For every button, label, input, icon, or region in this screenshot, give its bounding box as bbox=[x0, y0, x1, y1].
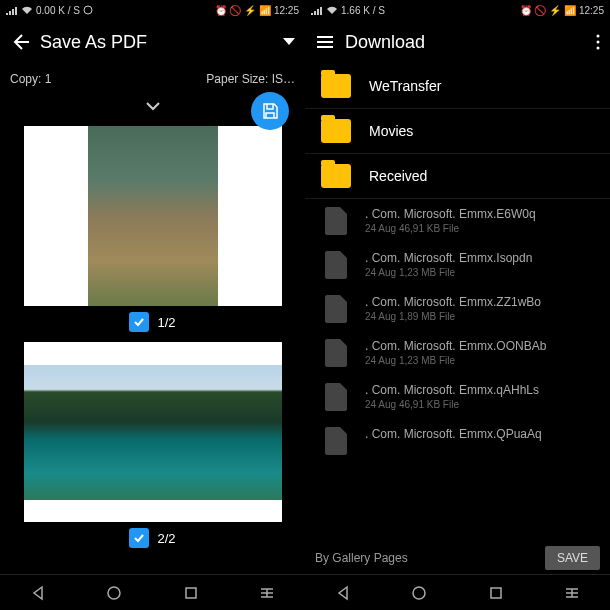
nav-bar bbox=[305, 574, 610, 610]
right-pane: 1.66 K / S ⏰ 🚫 ⚡ 📶 12:25 Download WeTran… bbox=[305, 0, 610, 610]
svg-rect-2 bbox=[186, 588, 196, 598]
file-item[interactable]: . Com. Microsoft. Emmx.QPuaAq bbox=[305, 419, 610, 463]
page-number: 1/2 bbox=[157, 315, 175, 330]
files-area: WeTransfer Movies Received . Com. Micros… bbox=[305, 64, 610, 542]
nav-back-icon[interactable] bbox=[30, 585, 46, 601]
file-icon bbox=[325, 427, 347, 455]
folder-name: Movies bbox=[369, 123, 413, 139]
file-meta: 24 Aug 46,91 KB File bbox=[365, 223, 594, 234]
page-title: Download bbox=[345, 32, 586, 53]
page-checkbox-2[interactable] bbox=[129, 528, 149, 548]
wifi-icon bbox=[326, 5, 338, 15]
page-preview-1[interactable] bbox=[24, 126, 282, 306]
file-name: . Com. Microsoft. Emmx.Isopdn bbox=[365, 251, 594, 265]
file-meta: 24 Aug 1,89 MB File bbox=[365, 311, 594, 322]
left-pane: 0.00 K / S ⏰ 🚫 ⚡ 📶 12:25 Save As PDF Cop… bbox=[0, 0, 305, 610]
nav-recent-icon[interactable] bbox=[183, 585, 199, 601]
folder-name: WeTransfer bbox=[369, 78, 441, 94]
folder-icon bbox=[321, 74, 351, 98]
paper-size: Paper Size: IS… bbox=[206, 72, 295, 86]
svg-point-0 bbox=[84, 6, 92, 14]
more-icon[interactable] bbox=[596, 34, 600, 50]
svg-point-6 bbox=[413, 587, 425, 599]
file-item[interactable]: . Com. Microsoft. Emmx.OONBAb24 Aug 1,23… bbox=[305, 331, 610, 375]
net-speed: 1.66 K / S bbox=[341, 5, 385, 16]
save-button[interactable]: SAVE bbox=[545, 546, 600, 570]
file-icon bbox=[325, 251, 347, 279]
file-icon bbox=[325, 207, 347, 235]
wifi-icon bbox=[21, 5, 33, 15]
signal-icon bbox=[6, 5, 18, 15]
nav-back-icon[interactable] bbox=[335, 585, 351, 601]
file-name: . Com. Microsoft. Emmx.E6W0q bbox=[365, 207, 594, 221]
file-name: . Com. Microsoft. Emmx.ZZ1wBo bbox=[365, 295, 594, 309]
folder-icon bbox=[321, 119, 351, 143]
app-bar: Save As PDF bbox=[0, 20, 305, 64]
nav-home-icon[interactable] bbox=[411, 585, 427, 601]
svg-point-5 bbox=[597, 47, 600, 50]
file-name: . Com. Microsoft. Emmx.QPuaAq bbox=[365, 427, 594, 441]
file-meta: 24 Aug 1,23 MB File bbox=[365, 355, 594, 366]
settings-icon bbox=[83, 5, 93, 15]
file-icon bbox=[325, 383, 347, 411]
pages-area: 1/2 2/2 bbox=[0, 118, 305, 574]
menu-icon[interactable] bbox=[315, 34, 335, 50]
status-bar: 0.00 K / S ⏰ 🚫 ⚡ 📶 12:25 bbox=[0, 0, 305, 20]
file-item[interactable]: . Com. Microsoft. Emmx.E6W0q24 Aug 46,91… bbox=[305, 199, 610, 243]
nav-drawer-icon[interactable] bbox=[259, 585, 275, 601]
signal-icon bbox=[311, 5, 323, 15]
save-pdf-button[interactable] bbox=[251, 92, 289, 130]
source-label: By Gallery Pages bbox=[315, 551, 408, 565]
clock: 12:25 bbox=[579, 5, 604, 16]
file-meta: 24 Aug 1,23 MB File bbox=[365, 267, 594, 278]
nav-recent-icon[interactable] bbox=[488, 585, 504, 601]
file-meta: 24 Aug 46,91 KB File bbox=[365, 399, 594, 410]
folder-item[interactable]: WeTransfer bbox=[305, 64, 610, 109]
page-title: Save As PDF bbox=[40, 32, 273, 53]
clock: 12:25 bbox=[274, 5, 299, 16]
copy-count: Copy: 1 bbox=[10, 72, 51, 86]
page-preview-2[interactable] bbox=[24, 342, 282, 522]
file-name: . Com. Microsoft. Emmx.OONBAb bbox=[365, 339, 594, 353]
save-icon bbox=[261, 102, 279, 120]
folder-item[interactable]: Received bbox=[305, 154, 610, 199]
file-item[interactable]: . Com. Microsoft. Emmx.qAHhLs24 Aug 46,9… bbox=[305, 375, 610, 419]
net-speed: 0.00 K / S bbox=[36, 5, 80, 16]
expand-row bbox=[0, 94, 305, 118]
folder-icon bbox=[321, 164, 351, 188]
svg-rect-7 bbox=[491, 588, 501, 598]
folder-name: Received bbox=[369, 168, 427, 184]
file-icon bbox=[325, 339, 347, 367]
svg-point-4 bbox=[597, 41, 600, 44]
svg-point-1 bbox=[108, 587, 120, 599]
page-number: 2/2 bbox=[157, 531, 175, 546]
status-bar: 1.66 K / S ⏰ 🚫 ⚡ 📶 12:25 bbox=[305, 0, 610, 20]
nav-home-icon[interactable] bbox=[106, 585, 122, 601]
nav-bar bbox=[0, 574, 305, 610]
svg-point-3 bbox=[597, 35, 600, 38]
bottom-bar: By Gallery Pages SAVE bbox=[305, 542, 610, 574]
file-item[interactable]: . Com. Microsoft. Emmx.Isopdn24 Aug 1,23… bbox=[305, 243, 610, 287]
back-icon[interactable] bbox=[10, 32, 30, 52]
chevron-down-icon[interactable] bbox=[145, 101, 161, 111]
print-options: Copy: 1 Paper Size: IS… bbox=[0, 64, 305, 94]
file-item[interactable]: . Com. Microsoft. Emmx.ZZ1wBo24 Aug 1,89… bbox=[305, 287, 610, 331]
nav-drawer-icon[interactable] bbox=[564, 585, 580, 601]
folder-item[interactable]: Movies bbox=[305, 109, 610, 154]
page-checkbox-1[interactable] bbox=[129, 312, 149, 332]
app-bar: Download bbox=[305, 20, 610, 64]
file-icon bbox=[325, 295, 347, 323]
dropdown-icon[interactable] bbox=[283, 38, 295, 46]
file-name: . Com. Microsoft. Emmx.qAHhLs bbox=[365, 383, 594, 397]
